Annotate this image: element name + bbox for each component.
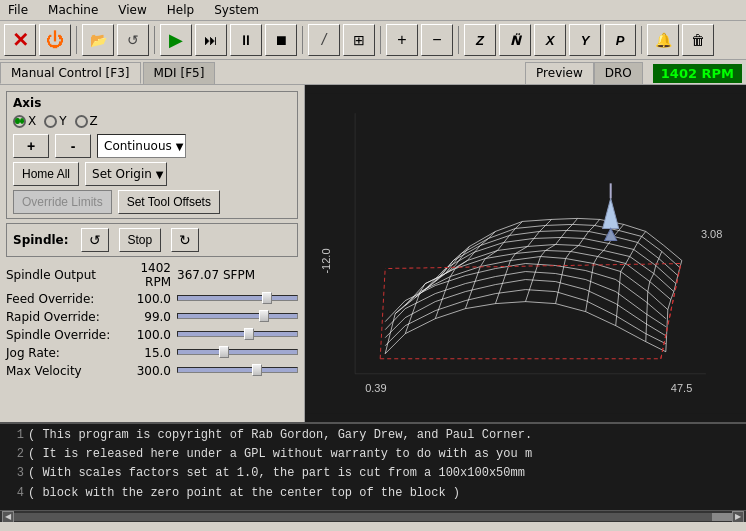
spindle-cw-button[interactable]: ↻ (171, 228, 199, 252)
main-content: Axis X Y Z + - (0, 85, 746, 422)
axis-radio-group: X Y Z (13, 114, 291, 128)
override-limits-button[interactable]: Override Limits (13, 190, 112, 214)
override-row-3: Jog Rate:15.0 (6, 345, 298, 361)
svg-text:-12.0: -12.0 (320, 248, 332, 273)
estop-button[interactable]: ✕ (4, 24, 36, 56)
spindle-stop-button[interactable]: Stop (119, 228, 162, 252)
axis-controls-row: + - Continuous ▼ (13, 134, 291, 158)
step-button[interactable]: ⏭ (195, 24, 227, 56)
override-slider-3[interactable] (177, 345, 298, 361)
tab-mdi[interactable]: MDI [F5] (143, 62, 216, 84)
override-label-3: Jog Rate: (6, 346, 111, 360)
menu-file[interactable]: File (4, 2, 32, 18)
svg-text:3.08: 3.08 (701, 228, 722, 240)
code-content: 1( This program is copyright of Rab Gord… (0, 424, 746, 510)
run-button[interactable]: ▶ (160, 24, 192, 56)
toolbar-separator-1 (76, 26, 77, 54)
view-x-button[interactable]: X (534, 24, 566, 56)
view-y-button[interactable]: Y (569, 24, 601, 56)
menu-view[interactable]: View (114, 2, 150, 18)
override-slider-4[interactable] (177, 363, 298, 379)
scrollbar-track[interactable] (14, 513, 732, 521)
menubar: File Machine View Help System (0, 0, 746, 21)
set-tool-offsets-button[interactable]: Set Tool Offsets (118, 190, 220, 214)
spindle-output-row: Spindle Output 1402 RPM 367.07 SFPM (6, 261, 298, 289)
set-origin-label: Set Origin (88, 167, 156, 181)
tab-manual-control[interactable]: Manual Control [F3] (0, 62, 141, 84)
line-num-1: 2 (4, 445, 24, 464)
toolbar-separator-3 (302, 26, 303, 54)
spindle-row: Spindle: ↺ Stop ↻ (13, 228, 291, 252)
view-n-button[interactable]: N̈ (499, 24, 531, 56)
code-area: 1( This program is copyright of Rab Gord… (0, 422, 746, 522)
stop-toolbar-button[interactable]: ⏹ (265, 24, 297, 56)
home-all-button[interactable]: Home All (13, 162, 79, 186)
line-text-1: ( It is released here under a GPL withou… (28, 445, 532, 464)
slider-rows: Feed Override:100.0Rapid Override:99.0Sp… (6, 291, 298, 379)
clear-button[interactable]: 🗑 (682, 24, 714, 56)
toolbar: ✕ ⏻ 📂 ↺ ▶ ⏭ ⏸ ⏹ / ⊞ + − Z N̈ X Y P 🔔 🗑 (0, 21, 746, 60)
menu-machine[interactable]: Machine (44, 2, 102, 18)
override-value-4: 300.0 (111, 364, 171, 378)
line-text-0: ( This program is copyright of Rab Gordo… (28, 426, 532, 445)
menu-help[interactable]: Help (163, 2, 198, 18)
set-origin-dropdown[interactable]: Set Origin ▼ (85, 162, 167, 186)
set-origin-arrow-icon: ▼ (156, 169, 164, 180)
pause-button[interactable]: ⏸ (230, 24, 262, 56)
radio-y-dot[interactable] (44, 115, 57, 128)
radio-x-dot[interactable] (13, 115, 26, 128)
override-slider-0[interactable] (177, 291, 298, 307)
preview-area[interactable]: 0.39 47.5 -12.0 3.08 (305, 85, 746, 422)
spindle-output-sfpm: 367.07 SFPM (175, 268, 255, 282)
line-num-0: 1 (4, 426, 24, 445)
menu-system[interactable]: System (210, 2, 263, 18)
override-slider-1[interactable] (177, 309, 298, 325)
toolbar-separator-4 (380, 26, 381, 54)
radio-y-label: Y (59, 114, 66, 128)
override-row-0: Feed Override:100.0 (6, 291, 298, 307)
view-z-button[interactable]: Z (464, 24, 496, 56)
tab-preview[interactable]: Preview (525, 62, 594, 84)
controls-row2: Home All Set Origin ▼ (13, 162, 291, 186)
override-row-1: Rapid Override:99.0 (6, 309, 298, 325)
override-value-3: 15.0 (111, 346, 171, 360)
scrollbar-thumb[interactable] (712, 513, 732, 521)
bell-button[interactable]: 🔔 (647, 24, 679, 56)
line-text-3: ( block with the zero point at the cente… (28, 484, 460, 503)
axis-section: Axis X Y Z + - (6, 91, 298, 219)
radio-y[interactable]: Y (44, 114, 66, 128)
radio-z[interactable]: Z (75, 114, 98, 128)
code-line: 4( block with the zero point at the cent… (4, 484, 742, 503)
override-label-0: Feed Override: (6, 292, 111, 306)
reload-button[interactable]: ↺ (117, 24, 149, 56)
continuous-arrow-icon: ▼ (176, 141, 184, 152)
continuous-dropdown[interactable]: Continuous ▼ (97, 134, 186, 158)
override-slider-2[interactable] (177, 327, 298, 343)
left-panel: Axis X Y Z + - (0, 85, 305, 422)
code-line: 3( With scales factors set at 1.0, the p… (4, 464, 742, 483)
3d-preview-svg: 0.39 47.5 -12.0 3.08 (305, 85, 746, 422)
power-button[interactable]: ⏻ (39, 24, 71, 56)
radio-x[interactable]: X (13, 114, 36, 128)
spindle-ccw-button[interactable]: ↺ (81, 228, 109, 252)
zoom-in-button[interactable]: + (386, 24, 418, 56)
minus-axis-button[interactable]: - (55, 134, 91, 158)
plus-axis-button[interactable]: + (13, 134, 49, 158)
edit-button[interactable]: / (308, 24, 340, 56)
grid-button[interactable]: ⊞ (343, 24, 375, 56)
scroll-left-button[interactable]: ◀ (2, 511, 14, 523)
radio-x-label: X (28, 114, 36, 128)
radio-z-dot[interactable] (75, 115, 88, 128)
code-line: 1( This program is copyright of Rab Gord… (4, 426, 742, 445)
continuous-label: Continuous (100, 139, 176, 153)
scroll-right-button[interactable]: ▶ (732, 511, 744, 523)
tab-dro[interactable]: DRO (594, 62, 643, 84)
toolbar-separator-5 (458, 26, 459, 54)
svg-text:47.5: 47.5 (671, 382, 692, 394)
open-button[interactable]: 📂 (82, 24, 114, 56)
svg-rect-0 (305, 93, 746, 414)
rpm-display: 1402 RPM (653, 64, 742, 83)
zoom-out-button[interactable]: − (421, 24, 453, 56)
code-scrollbar[interactable]: ◀ ▶ (0, 510, 746, 522)
view-p-button[interactable]: P (604, 24, 636, 56)
